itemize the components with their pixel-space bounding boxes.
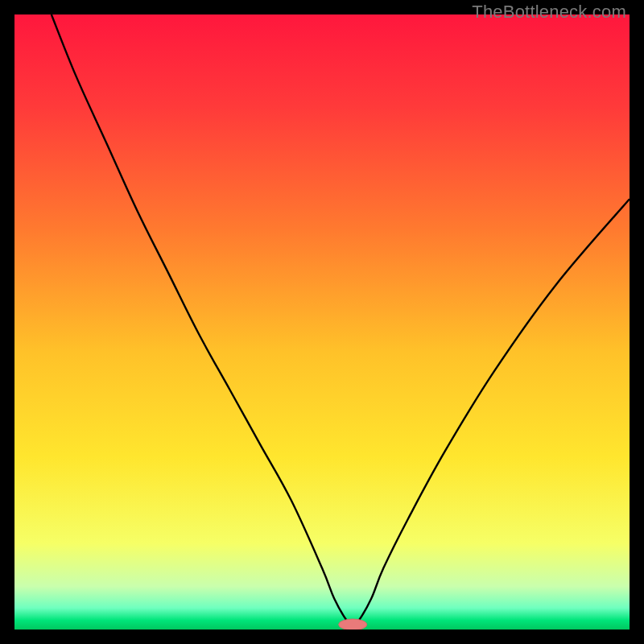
watermark-text: TheBottleneck.com [472,2,626,23]
gradient-background [14,14,630,630]
minimum-marker [339,619,367,630]
bottleneck-chart [14,14,630,630]
chart-frame [14,14,630,630]
